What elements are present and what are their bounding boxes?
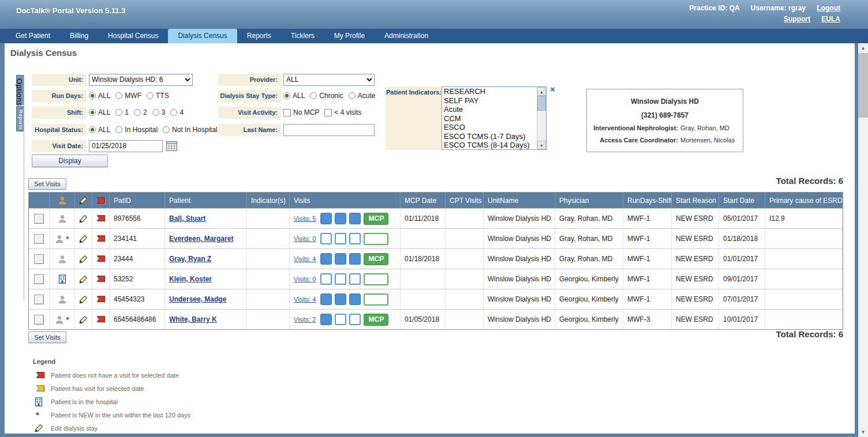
eula-link[interactable]: EULA (821, 15, 840, 23)
radio-all[interactable]: ALL (89, 92, 110, 100)
row-checkbox[interactable] (34, 295, 44, 304)
mcp-badge[interactable]: MCP (364, 314, 388, 326)
tab-administration[interactable]: Administration (375, 29, 438, 43)
indicator-option[interactable]: ESCO TCMS (8-14 Days) (442, 141, 537, 149)
provider-select[interactable]: ALL (283, 74, 375, 86)
mcp-badge[interactable]: MCP (364, 253, 388, 265)
radio-3[interactable]: 3 (152, 108, 166, 116)
radio-1[interactable]: 1 (115, 108, 129, 116)
edit-dialysis-stay-icon[interactable] (79, 315, 88, 324)
row-checkbox[interactable] (34, 214, 44, 224)
indicator-option[interactable]: ESCO TCMS (1-7 Days) (442, 132, 537, 141)
visit-box-empty[interactable] (349, 233, 361, 244)
visit-box-filled[interactable] (320, 314, 332, 325)
calendar-icon[interactable] (166, 141, 177, 151)
mcp-badge[interactable]: MCP (364, 213, 388, 225)
mcp-badge[interactable] (364, 273, 388, 285)
visit-box-filled[interactable] (349, 253, 361, 265)
visit-box-empty[interactable] (320, 273, 332, 285)
visit-box-filled[interactable] (320, 253, 332, 265)
row-checkbox[interactable] (34, 234, 44, 244)
row-checkbox[interactable] (34, 254, 44, 264)
scrollbar-down-icon[interactable]: ▼ (858, 427, 868, 437)
mcp-badge[interactable] (364, 233, 388, 245)
page-scrollbar[interactable]: ▲ ▼ (858, 43, 868, 437)
indicator-option[interactable]: SELF PAY (442, 96, 537, 106)
visit-date-input[interactable] (89, 140, 163, 152)
radio-not-in-hospital[interactable]: Not In Hospital (163, 126, 218, 134)
patient-link[interactable]: Ball, Stuart (169, 214, 205, 223)
indicator-option[interactable]: RESEARCH (442, 87, 537, 96)
visit-box-empty[interactable] (335, 233, 346, 244)
radio-all[interactable]: ALL (89, 108, 110, 116)
support-link[interactable]: Support (784, 15, 810, 23)
edit-dialysis-stay-icon[interactable] (79, 255, 88, 263)
listbox-scroll-thumb[interactable] (537, 96, 546, 111)
visits-link[interactable]: Visits: 0 (294, 235, 316, 242)
scrollbar-thumb[interactable] (858, 53, 868, 118)
visit-box-empty[interactable] (320, 233, 332, 244)
logout-link[interactable]: Logout (817, 4, 840, 12)
indicator-option[interactable]: ESCO (442, 123, 537, 132)
visit-box-filled[interactable] (349, 213, 361, 224)
set-visits-button-bottom[interactable]: Set Visits (28, 331, 66, 343)
visits-link[interactable]: Visits: 2 (294, 316, 316, 323)
radio-chronic[interactable]: Chronic (310, 92, 343, 100)
tab-hospital-census[interactable]: Hospital Census (98, 29, 168, 43)
checkbox-no-mcp[interactable]: No MCP (283, 108, 319, 116)
visits-link[interactable]: Visits: 0 (294, 276, 316, 282)
row-checkbox[interactable] (34, 315, 44, 325)
radio-tts[interactable]: TTS (147, 92, 169, 100)
checkbox-4-visits[interactable]: < 4 visits (324, 108, 361, 116)
visit-box-filled[interactable] (349, 293, 361, 305)
tab-reports[interactable]: Reports (237, 29, 281, 43)
tab-ticklers[interactable]: Ticklers (281, 29, 324, 43)
patient-link[interactable]: White, Barry K (169, 315, 217, 323)
visits-link[interactable]: Visits: 4 (294, 296, 316, 303)
radio-4[interactable]: 4 (170, 108, 184, 116)
radio-all[interactable]: ALL (283, 92, 305, 100)
indicator-option[interactable]: CCM (442, 114, 537, 123)
edit-dialysis-stay-icon[interactable] (79, 275, 88, 284)
tab-get-patient[interactable]: Get Patient (6, 29, 60, 43)
patient-link[interactable]: Everdeen, Margaret (169, 235, 233, 243)
unit-select[interactable]: Winslow Dialysis HD: 6 (89, 74, 193, 86)
scrollbar-up-icon[interactable]: ▲ (858, 43, 868, 53)
tab-my-profile[interactable]: My Profile (324, 29, 375, 43)
radio-mwf[interactable]: MWF (115, 92, 141, 100)
listbox-scrollbar[interactable]: ▲ ▼ (537, 87, 546, 149)
edit-dialysis-stay-icon[interactable] (79, 235, 88, 243)
visit-box-empty[interactable] (349, 314, 361, 325)
visit-box-empty[interactable] (349, 273, 361, 285)
set-visits-button-top[interactable]: Set Visits (28, 178, 66, 190)
mcp-badge[interactable] (364, 293, 388, 306)
indicator-option[interactable]: Acute (442, 105, 537, 114)
visits-link[interactable]: Visits: 4 (294, 255, 316, 262)
visit-box-empty[interactable] (335, 314, 346, 325)
visits-link[interactable]: Visits: 5 (294, 215, 316, 222)
radio-acute[interactable]: Acute (349, 92, 376, 100)
side-tab-options[interactable]: Options (16, 75, 24, 105)
radio-all[interactable]: ALL (89, 126, 110, 134)
visit-box-filled[interactable] (320, 213, 332, 224)
visit-box-filled[interactable] (335, 293, 346, 305)
scroll-up-icon[interactable]: ▲ (537, 87, 546, 96)
tab-dialysis-census[interactable]: Dialysis Census (168, 29, 237, 43)
visit-box-empty[interactable] (335, 273, 346, 285)
scroll-down-icon[interactable]: ▼ (537, 141, 546, 149)
edit-dialysis-stay-icon[interactable] (79, 214, 88, 223)
patient-link[interactable]: Gray, Ryan Z (169, 255, 211, 263)
visit-box-filled[interactable] (335, 253, 346, 265)
visit-box-filled[interactable] (320, 293, 332, 305)
patient-link[interactable]: Klein, Koster (169, 275, 212, 283)
clear-indicators-icon[interactable]: × (550, 85, 555, 93)
last-name-input[interactable] (283, 124, 375, 136)
patient-link[interactable]: Undersee, Madge (169, 295, 226, 303)
display-button[interactable]: Display (32, 155, 108, 167)
radio-2[interactable]: 2 (134, 108, 147, 116)
row-checkbox[interactable] (34, 274, 44, 284)
radio-in-hospital[interactable]: In Hospital (115, 126, 158, 134)
visit-box-filled[interactable] (335, 213, 346, 224)
edit-dialysis-stay-icon[interactable] (79, 295, 88, 304)
tab-billing[interactable]: Billing (60, 29, 98, 43)
